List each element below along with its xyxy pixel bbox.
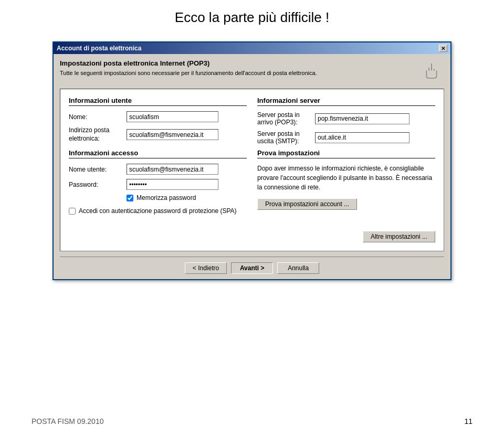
smtp-label: Server posta in uscita (SMTP): [257,130,315,145]
prova-btn-row: Prova impostazioni account ... [257,198,435,210]
dialog: Account di posta elettronica ✕ Impostazi… [52,41,452,280]
page-title: Ecco la parte più difficile ! [0,0,504,36]
prova-title: Prova impostazioni [257,149,435,158]
nome-input[interactable] [127,111,218,122]
dialog-content: Impostazioni posta elettronica Internet … [54,54,450,279]
spa-checkbox[interactable] [69,208,76,215]
memorizza-label: Memorizza password [136,194,196,201]
email-input[interactable] [127,129,218,140]
prova-impostazioni-button[interactable]: Prova impostazioni account ... [257,198,357,210]
dialog-header-text: Impostazioni posta elettronica Internet … [60,59,415,77]
dialog-footer: < Indietro Avanti > Annulla [60,257,444,279]
two-col-layout: Informazioni utente Nome: Indirizzo post… [69,97,435,242]
username-row: Nome utente: [69,164,247,175]
smtp-input[interactable] [315,132,410,143]
back-button[interactable]: < Indietro [185,262,227,274]
pop3-label: Server posta in arrivo (POP3): [257,111,315,126]
username-label: Nome utente: [69,166,127,173]
memorizza-checkbox[interactable] [127,195,133,201]
cancel-button[interactable]: Annulla [277,262,319,274]
wizard-icon [419,59,444,84]
password-row: Password: [69,179,247,190]
nome-row: Nome: [69,111,247,122]
pop3-row: Server posta in arrivo (POP3): [257,111,435,126]
dialog-header-title: Impostazioni posta elettronica Internet … [60,59,415,67]
user-info-title: Informazioni utente [69,97,247,106]
memorizza-row: Memorizza password [127,194,247,201]
inner-panel: Informazioni utente Nome: Indirizzo post… [60,89,444,251]
access-section: Informazioni accesso Nome utente: Passwo… [69,149,247,201]
prova-section: Prova impostazioni Dopo aver immesso le … [257,149,435,242]
username-input[interactable] [127,164,218,175]
title-bar: Account di posta elettronica ✕ [54,42,450,54]
next-button[interactable]: Avanti > [231,262,273,274]
prova-description: Dopo aver immesso le informazioni richie… [257,164,435,192]
password-input[interactable] [127,179,218,190]
footer-label: POSTA FISM 09.2010 [32,417,103,426]
altre-btn-row: Altre impostazioni ... [257,231,435,242]
dialog-wrapper: Account di posta elettronica ✕ Impostazi… [0,36,504,280]
page-footer: POSTA FISM 09.2010 11 [0,417,504,426]
smtp-row: Server posta in uscita (SMTP): [257,130,435,145]
server-info-title: Informazioni server [257,97,435,106]
footer-page-num: 11 [464,417,472,426]
spa-row: Accedi con autenticazione password di pr… [69,207,247,216]
altre-impostazioni-button[interactable]: Altre impostazioni ... [363,231,435,242]
access-info-title: Informazioni accesso [69,149,247,158]
title-bar-text: Account di posta elettronica [57,45,141,52]
spa-label: Accedi con autenticazione password di pr… [79,207,237,216]
nome-label: Nome: [69,113,127,121]
email-label: Indirizzo postaelettronica: [69,126,127,143]
email-row: Indirizzo postaelettronica: [69,126,247,143]
left-column: Informazioni utente Nome: Indirizzo post… [69,97,247,242]
dialog-header: Impostazioni posta elettronica Internet … [60,59,444,84]
password-label: Password: [69,181,127,188]
dialog-header-desc: Tutte le seguenti impostazioni sono nece… [60,69,415,77]
close-button[interactable]: ✕ [439,45,447,52]
right-column: Informazioni server Server posta in arri… [257,97,435,242]
pop3-input[interactable] [315,113,410,124]
